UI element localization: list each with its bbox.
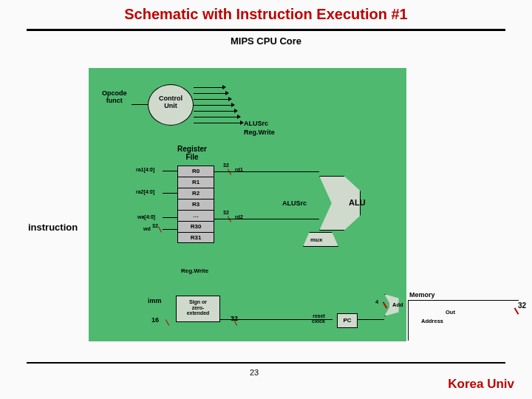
memory-label: Memory (409, 291, 435, 299)
cu-wire-4 (194, 105, 232, 106)
address-label: Address (421, 318, 443, 324)
opcode-label: Opcodefunct (102, 90, 127, 105)
hr-top (27, 29, 505, 31)
port-wd: wd (143, 226, 151, 231)
pc-out-wire (358, 319, 384, 320)
cu-wire-6 (194, 117, 238, 117)
four-label: 4 (375, 299, 378, 305)
port-ra1: ra1[4:0] (136, 167, 154, 172)
mem-bus-32: 32 (518, 301, 526, 310)
out-label: Out (446, 309, 455, 316)
alusrc-text: ALUSrc (282, 200, 307, 207)
ra1-wire (163, 171, 177, 171)
port-ra2: ra2[4:0] (136, 189, 154, 194)
bus32-wd: 32 (152, 223, 158, 228)
cu-wire-2 (194, 93, 226, 94)
imm-label: imm (148, 297, 162, 304)
slash-wd (158, 226, 162, 232)
reg-r0: R0 (177, 166, 214, 177)
slash-imm16 (166, 319, 169, 325)
cu-wire-3 (194, 99, 229, 100)
pc-box: PC (337, 313, 358, 328)
bus32-rd1: 32 (223, 163, 229, 168)
opcode-wire (132, 104, 148, 105)
reg-r31: R31 (177, 232, 214, 243)
hr-bottom (27, 362, 505, 364)
subtitle: MIPS CPU Core (0, 35, 532, 47)
imm-16: 16 (151, 316, 159, 324)
mux-label: mux (310, 236, 322, 243)
cu-wire-5 (194, 111, 235, 112)
signal-regwrite: Reg.Write (244, 129, 275, 136)
reg-r2: R2 (177, 188, 214, 199)
pc-in-wire (220, 319, 332, 320)
cu-wire-7 (194, 123, 241, 123)
cu-wire-1 (194, 87, 223, 88)
reg-r30: R30 (177, 221, 214, 232)
control-unit: ControlUnit (148, 84, 194, 126)
cpu-core-box: Opcodefunct ControlUnit ALUSrc Reg.Write… (89, 68, 406, 341)
wa-wire (163, 217, 177, 218)
signal-alusrc: ALUSrc (244, 120, 268, 127)
ra2-wire (163, 193, 177, 194)
bus32-rd2: 32 (223, 210, 229, 215)
add-label: Add (392, 301, 403, 308)
reg-r3: R3 (177, 199, 214, 210)
port-wa: wa[4:0] (137, 214, 155, 219)
footer-label: Korea Univ (448, 377, 514, 392)
extend-box: Sign orzero-extended (176, 296, 220, 322)
register-file-label: RegisterFile (170, 145, 214, 161)
register-array: R0 R1 R2 R3 … R30 R31 (177, 166, 214, 243)
rd1-wire (214, 171, 319, 172)
alu-label: ALU (349, 198, 366, 207)
rd2-wire (214, 219, 319, 219)
reg-ellipsis: … (177, 210, 214, 221)
wd-wire (163, 229, 177, 230)
slide-title: Schematic with Instruction Execution #1 (0, 0, 532, 23)
page-number: 23 (250, 368, 259, 377)
reg-r1: R1 (177, 177, 214, 188)
instruction-label: instruction (28, 222, 78, 233)
regwrite-label: Reg.Write (181, 267, 208, 274)
